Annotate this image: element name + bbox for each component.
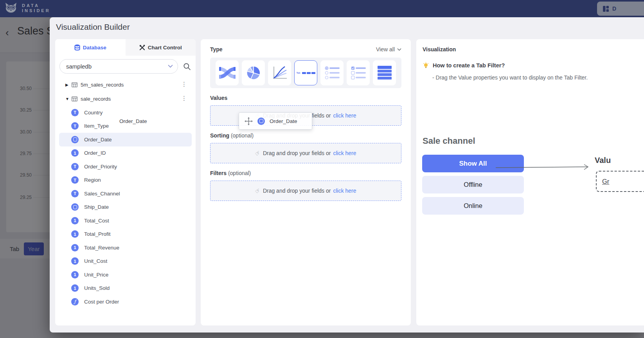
field-row[interactable]: Country [59,106,192,119]
chart-type-strip [210,58,401,88]
field-name: Cost per Order [84,299,119,305]
field-row[interactable]: Total_Cost [59,214,192,228]
field-name: Region [84,177,101,183]
text-field-icon [71,163,79,170]
preview-button-offline[interactable]: Offline [422,176,524,193]
field-row[interactable]: Cost per Order [59,295,192,309]
visualization-builder-modal: Visualization Builder Database Chart C [50,17,644,333]
date-field-icon [71,203,79,211]
kebab-menu-icon[interactable]: ⋮ [181,81,187,88]
field-row[interactable]: Unit_Cost [59,255,192,268]
view-all-dropdown[interactable]: View all [376,46,401,52]
database-tree: ▶ 5m_sales_records ⋮ ▼ sale_re [55,78,196,309]
click-here-link[interactable]: click here [333,188,356,194]
click-here-link[interactable]: click here [333,112,356,119]
chart-type-line[interactable] [268,60,291,85]
filters-section-label: Filters (optional) [210,170,401,176]
preview-button-online[interactable]: Online [422,197,524,215]
field-name: Total_Revenue [84,245,119,251]
text-field-icon [71,190,79,197]
field-row[interactable]: Sales_Channel [59,187,192,201]
field-row[interactable]: Total_Profit [59,228,192,241]
table-grid-icon [72,82,77,87]
field-row[interactable]: Units_Sold [59,282,192,295]
field-name: Order_Date [84,137,112,143]
drag-hand-icon: ☞ [254,186,262,195]
chart-type-sankey[interactable] [216,60,239,85]
chart-type-tab-filter[interactable] [294,60,317,85]
tab-filter-icon-dash [302,72,306,74]
chart-type-radio-list[interactable] [320,60,344,85]
logo-text: DATA INSIDER [22,3,50,13]
field-row[interactable]: Order_Priority [59,160,192,174]
kebab-menu-icon[interactable]: ⋮ [181,95,187,102]
number-field-icon [71,271,79,278]
number-field-icon [71,244,79,251]
number-field-icon [71,149,79,157]
text-field-icon [71,109,79,116]
visualization-header: Visualization [423,46,644,52]
dashboard-icon [603,5,609,12]
field-name: Total_Profit [84,231,111,237]
date-field-icon [257,117,265,125]
drag-origin-label: Order_Date [119,118,147,124]
sankey-icon [219,66,236,80]
annotation-arrow-icon [496,164,590,171]
tools-icon [139,45,145,51]
field-name: Sales_Channel [84,191,120,197]
tab-filter-icon [296,72,300,74]
field-row[interactable]: Total_Revenue [59,241,192,255]
field-row[interactable]: Ship_Date [59,201,192,214]
field-row[interactable]: Unit_Price [59,268,192,282]
tab-filter-icon-dash [307,72,311,74]
app-logo: DATA INSIDER [4,2,50,15]
sorting-dropzone[interactable]: ☞ Drag and drop your fields or click her… [210,143,401,163]
chart-type-pie[interactable] [242,60,265,85]
field-name: Units_Sold [84,285,110,291]
number-field-icon [71,217,79,224]
field-name: Item_Type [84,123,109,129]
date-field-icon [71,136,79,143]
tab-filter-icon-dash [311,72,315,74]
drag-hand-icon: ☞ [254,149,262,157]
view-all-label: View all [376,46,395,52]
database-icon [74,44,80,51]
modal-title: Visualization Builder [56,22,130,32]
click-here-link[interactable]: click here [333,150,356,156]
tab-database[interactable]: Database [55,39,126,56]
move-cursor-icon [245,117,253,125]
table-row-5m-sales-records[interactable]: ▶ 5m_sales_records ⋮ [55,78,196,92]
chart-type-checkbox-list[interactable] [347,60,370,85]
field-row-selected[interactable]: Order_Date [59,133,192,146]
annotation-group-link[interactable]: Gr [602,178,609,185]
checkbox-list-icon [350,66,367,80]
filters-dropzone[interactable]: ☞ Drag and drop your fields or click her… [210,181,401,201]
table-name: 5m_sales_records [81,82,124,88]
caret-collapsed-icon[interactable]: ▶ [65,83,70,87]
field-row[interactable]: Order_ID [59,146,192,160]
builder-panel: Type View all [201,39,411,325]
drag-ghost-field[interactable]: Order_Date [239,112,312,130]
chart-type-table[interactable] [373,60,396,85]
dropzone-text: Drag and drop your fields or [263,150,331,156]
type-section-label: Type [210,46,223,52]
radio-list-icon [324,66,340,80]
chevron-down-icon[interactable] [168,65,173,68]
table-row-sale-records[interactable]: ▼ sale_records ⋮ [55,92,196,106]
table-chart-icon [376,65,393,80]
text-field-icon [71,122,79,130]
field-row[interactable]: Region [59,174,192,187]
number-field-icon [71,257,79,265]
field-name: Country [84,110,103,116]
sorting-section-label: Sorting (optional) [210,132,401,139]
table-grid-icon [72,96,77,101]
dashboard-button[interactable]: D [597,2,644,16]
text-field-icon [71,176,79,184]
tab-chart-control[interactable]: Chart Control [126,39,196,56]
database-select-input[interactable] [59,59,178,74]
pie-icon [246,65,261,80]
ghost-field-name: Order_Date [270,118,297,124]
caret-expanded-icon[interactable]: ▼ [65,97,70,101]
search-icon[interactable] [183,63,191,70]
function-field-icon [71,298,79,305]
